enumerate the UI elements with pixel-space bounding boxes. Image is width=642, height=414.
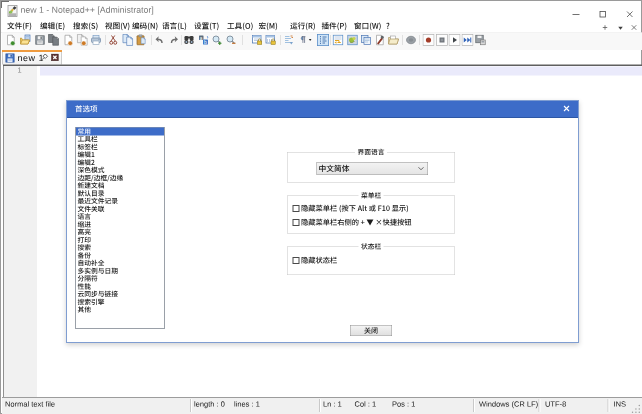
svg-text:b: b — [204, 39, 207, 45]
